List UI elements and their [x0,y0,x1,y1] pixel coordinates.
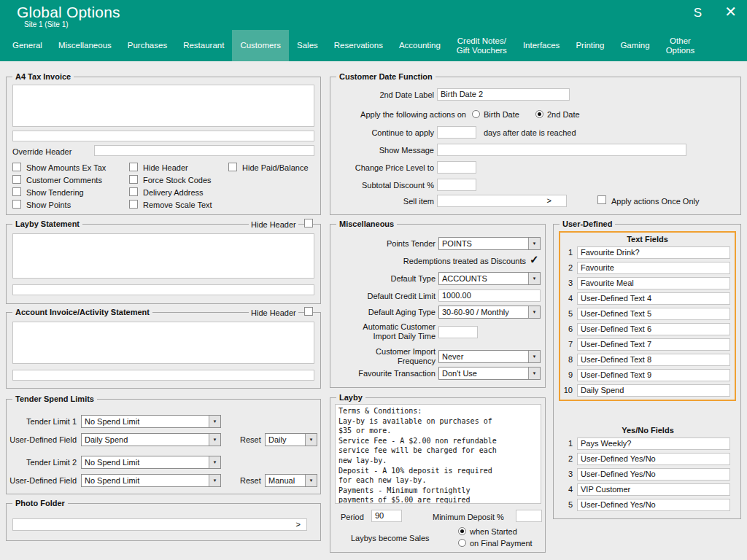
change-price-level-input[interactable] [437,161,476,174]
tab-reservations[interactable]: Reservations [326,30,391,61]
s-button[interactable]: S [694,6,702,20]
user-defined-field-1-select[interactable]: Daily Spend ▼ [81,433,221,446]
text-field-input-2[interactable]: Favourite [577,262,730,274]
default-aging-type-select[interactable]: 30-60-90 / Monthly ▼ [438,306,541,319]
tab-restaurant[interactable]: Restaurant [175,30,232,61]
favourite-transaction-select[interactable]: Don't Use ▼ [438,367,541,380]
a4-header-textarea[interactable] [12,85,314,127]
photo-folder-title: Photo Folder [12,499,68,508]
user-defined-field-2-select[interactable]: No Spend Limit ▼ [81,474,221,487]
text-field-number: 1 [560,246,573,259]
tab-interfaces[interactable]: Interfaces [515,30,568,61]
checkbox-customer-comments[interactable] [12,175,21,184]
checkbox-delivery-address[interactable] [129,187,138,196]
tab-printing[interactable]: Printing [568,30,612,61]
tender-limit-2-select[interactable]: No Spend Limit ▼ [81,456,221,469]
text-field-input-8[interactable]: User-Defined Text 8 [577,354,730,366]
minimum-deposit-label: Minimum Deposit % [433,513,504,522]
chevron-down-icon: ▼ [528,306,540,318]
close-icon[interactable]: ✕ [724,3,737,20]
yes-no-field-number: 5 [560,499,573,511]
text-field-number: 3 [560,277,573,289]
checkbox-hide-header[interactable] [129,163,138,171]
text-field-number: 8 [560,354,573,366]
text-field-input-6[interactable]: User-Defined Text 6 [577,323,730,335]
checkbox-account-hide-header[interactable] [304,307,313,316]
radio-birth-date[interactable] [472,110,480,118]
yes-no-field-input-5[interactable]: User-Defined Yes/No [577,499,730,511]
text-field-input-3[interactable]: Favourite Meal [577,277,730,289]
text-field-input-5[interactable]: User-Defined Text 5 [577,308,730,320]
tab-customers[interactable]: Customers [232,30,289,61]
yes-no-field-input-1[interactable]: Pays Weekly? [577,438,730,450]
layby-terms-textarea[interactable]: Terms & Conditions: Lay-by is available … [335,404,541,504]
a4-footer-input[interactable] [12,131,314,141]
layby-hide-header-label: Hide Header [249,220,298,229]
auto-import-time-input[interactable] [438,326,478,338]
reset-2-value: Manual [266,475,305,486]
tab-credit-notes-gift-vouchers[interactable]: Credit Notes/ Gift Vouchers [449,30,515,61]
checkbox-force-stock-codes[interactable] [129,175,138,184]
sell-item-input[interactable]: > [437,195,567,207]
subtotal-discount-input[interactable] [437,179,476,191]
checkbox-label-remove-scale-text: Remove Scale Text [143,201,212,210]
checkbox-show-amounts-ex-tax[interactable] [12,163,21,171]
checkbox-remove-scale-text[interactable] [129,200,138,209]
tab-gaming[interactable]: Gaming [612,30,657,61]
tender-limit-1-select[interactable]: No Spend Limit ▼ [81,415,221,428]
yes-no-field-number: 4 [560,483,573,496]
continue-to-apply-input[interactable] [437,126,476,139]
yes-no-field-input-4[interactable]: VIP Customer [577,483,730,496]
default-type-select[interactable]: ACCOUNTS ▼ [438,272,541,285]
tab-purchases[interactable]: Purchases [120,30,175,61]
user-defined-field-1-value: Daily Spend [82,434,209,446]
a4-tax-invoice-group: A4 Tax Invoice Override Header Show Amou… [6,77,321,215]
text-field-input-10[interactable]: Daily Spend [577,384,730,397]
photo-folder-browse-button[interactable]: > [296,520,301,529]
yes-no-field-input-3[interactable]: User-Defined Yes/No [577,468,730,481]
period-input[interactable]: 90 [371,510,402,522]
points-tender-select[interactable]: POINTS ▼ [438,237,541,250]
text-field-input-9[interactable]: User-Defined Text 9 [577,369,730,381]
radio-2nd-date[interactable] [535,110,543,118]
text-field-input-7[interactable]: User-Defined Text 7 [577,338,730,351]
checkbox-show-points[interactable] [12,200,21,209]
tender-limit-1-value: No Spend Limit [82,416,209,427]
period-label: Period [341,513,364,522]
checkbox-show-tendering[interactable] [12,187,21,196]
checkbox-apply-once-only[interactable] [597,195,606,204]
sell-item-browse-button[interactable]: > [547,196,551,206]
text-fields-header: Text Fields [559,235,736,244]
customer-import-frequency-select[interactable]: Never ▼ [438,350,541,363]
radio-on-final-payment[interactable] [458,539,466,547]
text-field-input-1[interactable]: Favourite Drink? [577,246,730,259]
tab-general[interactable]: General [4,30,50,61]
show-message-input[interactable] [437,144,686,156]
layby-statement-textarea[interactable] [12,233,314,279]
tab-sales[interactable]: Sales [289,30,326,61]
yes-no-fields-header: Yes/No Fields [554,426,742,435]
tab-miscellaneous[interactable]: Miscellaneous [50,30,120,61]
reset-1-select[interactable]: Daily ▼ [265,433,317,446]
checkbox-layby-hide-header[interactable] [304,219,313,228]
override-header-input[interactable] [94,145,314,156]
second-date-input[interactable]: Birth Date 2 [437,88,570,101]
account-statement-textarea[interactable] [12,322,314,364]
radio-when-started[interactable] [458,527,466,535]
account-statement-footer-input[interactable] [12,370,314,381]
yes-no-field-number: 1 [560,438,573,450]
yes-no-field-input-2[interactable]: User-Defined Yes/No [577,453,730,465]
checkbox-hide-paid-balance[interactable] [228,163,237,171]
photo-folder-input[interactable]: > [12,518,307,531]
tab-other-options[interactable]: Other Options [658,30,703,61]
redemptions-checkmark-icon[interactable]: ✓ [530,254,539,265]
default-credit-limit-input[interactable]: 1000.00 [438,289,541,302]
reset-2-select[interactable]: Manual ▼ [265,474,317,487]
text-field-input-4[interactable]: User-Defined Text 4 [577,292,730,305]
checkbox-label-hide-paid-balance: Hide Paid/Balance [242,163,309,173]
layby-statement-footer-input[interactable] [12,284,314,295]
checkbox-label-delivery-address: Delivery Address [143,188,204,198]
minimum-deposit-input[interactable] [516,510,542,522]
tab-accounting[interactable]: Accounting [391,30,449,61]
tender-limit-2-value: No Spend Limit [82,456,209,468]
